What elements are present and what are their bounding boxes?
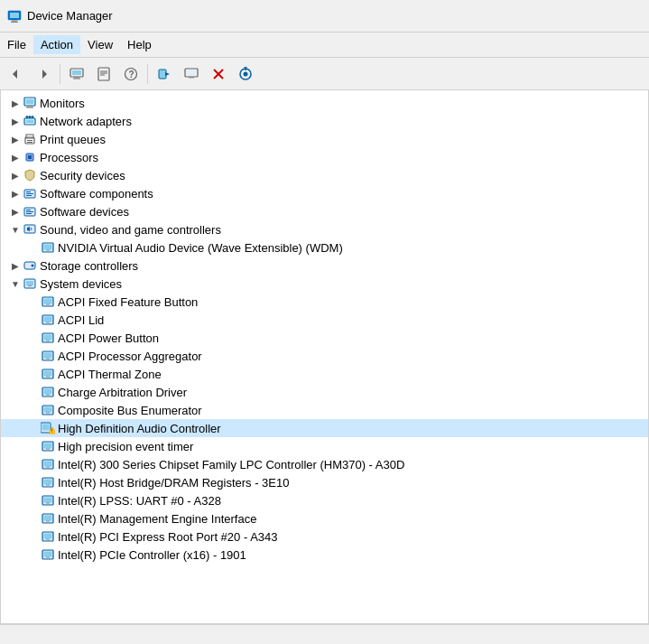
tree-item-high-precision[interactable]: High precision event timer [1,437,648,455]
app-icon [7,9,22,23]
tree-toggle-acpi-processor[interactable] [26,349,41,363]
tree-item-charge-arbitration[interactable]: Charge Arbitration Driver [1,383,648,401]
tree-item-acpi-power[interactable]: ACPI Power Button [1,329,648,347]
help-button[interactable]: ? [118,61,144,87]
tree-item-intel-pcie-controller[interactable]: Intel(R) PCIe Controller (x16) - 1901 [1,546,648,564]
tree-item-nvidia-audio[interactable]: NVIDIA Virtual Audio Device (Wave Extens… [1,238,648,257]
tree-icon-acpi-fixed [41,294,55,309]
tree-toggle-acpi-power[interactable] [26,331,41,345]
tree-toggle-intel-300-chipset[interactable] [26,457,41,471]
tree-toggle-print-queues[interactable]: ▶ [8,132,23,146]
forward-button[interactable] [31,61,56,87]
properties-button[interactable] [91,61,116,87]
tree-icon-high-precision [41,439,55,453]
tree-item-acpi-thermal[interactable]: ACPI Thermal Zone [1,365,648,383]
tree-toggle-acpi-lid[interactable] [26,313,41,327]
tree-item-composite-bus[interactable]: Composite Bus Enumerator [1,401,648,419]
tree-toggle-hd-audio[interactable] [26,421,41,435]
tree-icon-acpi-processor [41,349,55,363]
tree-toggle-security-devices[interactable]: ▶ [8,168,23,182]
tree-toggle-intel-host-bridge[interactable] [26,475,41,490]
tree-toggle-storage-controllers[interactable]: ▶ [8,258,23,273]
app-title: Device Manager [27,9,113,23]
tree-item-monitors[interactable]: ▶Monitors [1,94,648,112]
tree-view[interactable]: ▶Monitors▶Network adapters▶Print queues▶… [1,90,648,623]
tree-toggle-nvidia-audio[interactable] [26,240,41,255]
tree-item-processors[interactable]: ▶Processors [1,148,648,166]
tree-toggle-charge-arbitration[interactable] [26,385,41,399]
tree-label-intel-300-chipset: Intel(R) 300 Series Chipset Family LPC C… [58,458,404,471]
svg-marker-5 [42,70,47,79]
tree-label-system-devices: System devices [40,277,122,291]
svg-rect-70 [44,353,52,359]
tree-item-system-devices[interactable]: ▼System devices [1,275,648,293]
tree-label-acpi-power: ACPI Power Button [58,331,159,345]
svg-rect-48 [26,211,33,212]
tree-toggle-software-devices[interactable]: ▶ [8,204,23,219]
tree-item-security-devices[interactable]: ▶Security devices [1,166,648,184]
tree-toggle-composite-bus[interactable] [26,403,41,417]
tree-item-intel-management[interactable]: Intel(R) Management Engine Interface [1,509,648,527]
tree-item-acpi-lid[interactable]: ACPI Lid [1,311,648,329]
tree-item-intel-host-bridge[interactable]: Intel(R) Host Bridge/DRAM Registers - 3E… [1,473,648,491]
back-button[interactable] [4,61,29,87]
svg-rect-16 [159,70,166,79]
svg-rect-47 [26,210,31,210]
scan-changes-button[interactable] [233,61,258,87]
tree-item-hd-audio[interactable]: ! High Definition Audio Controller [1,419,648,437]
tree-toggle-intel-pcie-controller[interactable] [26,547,41,562]
tree-toggle-monitors[interactable]: ▶ [8,96,23,110]
tree-item-intel-pci-express[interactable]: Intel(R) PCI Express Root Port #20 - A34… [1,527,648,546]
tree-item-intel-300-chipset[interactable]: Intel(R) 300 Series Chipset Family LPC C… [1,455,648,473]
svg-point-24 [244,71,248,76]
tree-toggle-sound-video[interactable]: ▼ [8,222,23,237]
tree-item-storage-controllers[interactable]: ▶Storage controllers [1,257,648,275]
tree-label-acpi-fixed: ACPI Fixed Feature Button [58,295,198,309]
tree-item-acpi-processor[interactable]: ACPI Processor Aggregator [1,347,648,365]
svg-rect-86 [44,443,52,449]
tree-icon-intel-lpss [41,493,55,508]
svg-rect-92 [44,480,52,485]
tree-item-sound-video[interactable]: ▼Sound, video and game controllers [1,220,648,238]
tree-icon-acpi-power [41,331,55,345]
tree-label-network-adapters: Network adapters [40,115,132,128]
menu-action[interactable]: Action [33,35,80,54]
svg-rect-101 [44,534,52,539]
tree-icon-intel-host-bridge [41,475,55,490]
svg-rect-9 [73,78,80,79]
device-manager-button[interactable] [64,61,89,87]
svg-rect-41 [28,155,32,159]
menu-view[interactable]: View [80,35,120,54]
tree-toggle-network-adapters[interactable]: ▶ [8,114,23,128]
svg-rect-76 [44,389,52,395]
tree-item-print-queues[interactable]: ▶Print queues [1,130,648,148]
tree-toggle-acpi-fixed[interactable] [26,294,41,309]
menu-file[interactable]: File [0,35,33,54]
svg-rect-95 [44,498,52,503]
tree-label-print-queues: Print queues [40,133,106,146]
svg-rect-44 [26,193,33,194]
tree-item-network-adapters[interactable]: ▶Network adapters [1,112,648,130]
tree-item-acpi-fixed[interactable]: ACPI Fixed Feature Button [1,293,648,311]
uninstall-button[interactable] [206,61,231,87]
tree-item-software-devices[interactable]: ▶Software devices [1,202,648,220]
svg-rect-54 [46,250,50,251]
tree-label-hd-audio: High Definition Audio Controller [58,422,221,435]
tree-toggle-software-components[interactable]: ▶ [8,186,23,201]
tree-item-software-components[interactable]: ▶Software components [1,184,648,202]
tree-toggle-high-precision[interactable] [26,439,41,453]
tree-toggle-acpi-thermal[interactable] [26,367,41,381]
tree-toggle-intel-management[interactable] [26,511,41,526]
tree-toggle-intel-lpss[interactable] [26,493,41,508]
tree-icon-charge-arbitration [41,385,55,399]
display-toggle-button[interactable] [179,61,204,87]
tree-item-intel-lpss[interactable]: Intel(R) LPSS: UART #0 - A328 [1,491,648,509]
svg-rect-45 [26,195,32,196]
tree-toggle-processors[interactable]: ▶ [8,150,23,164]
svg-text:?: ? [129,70,134,79]
menu-help[interactable]: Help [120,35,159,54]
tree-label-composite-bus: Composite Bus Enumerator [58,404,202,417]
tree-toggle-system-devices[interactable]: ▼ [8,276,23,291]
update-driver-button[interactable] [152,61,177,87]
tree-toggle-intel-pci-express[interactable] [26,529,41,544]
